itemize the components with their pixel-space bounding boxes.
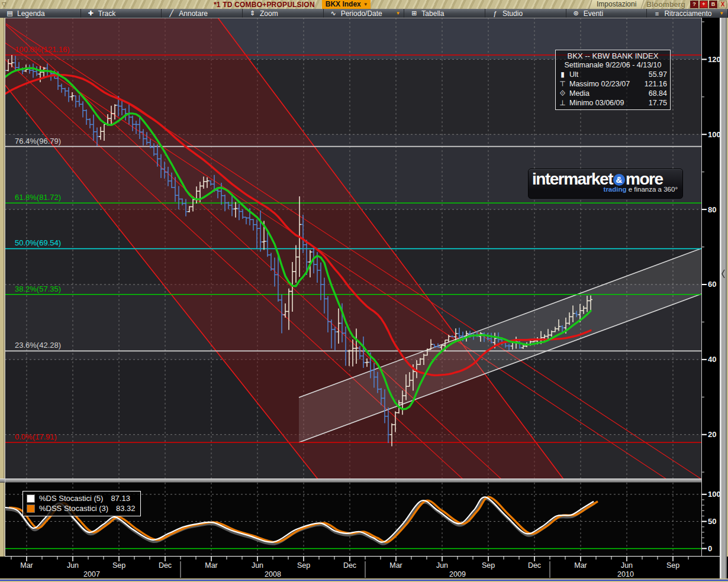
window-menu-icon[interactable]: ▽	[2, 1, 17, 8]
security-selector[interactable]: BKX Index ▼	[322, 0, 371, 9]
toolbar-item-label: Track	[98, 9, 116, 18]
svg-text:Mar: Mar	[574, 561, 587, 570]
security-selector-label: BKX Index	[326, 0, 361, 8]
watermark-logo: intermarket&more trading e finanza a 360…	[528, 169, 683, 199]
series-label: %DS Stocastici (5)	[39, 493, 103, 503]
toolbar-item-label: Legenda	[17, 9, 45, 18]
series-swatch	[27, 505, 35, 513]
toolbar-item-label: Studio	[502, 9, 523, 18]
toolbar-item-ritracciamento[interactable]: ≡Ritracciamento▼	[647, 9, 728, 18]
info-row: ⟐Media68.84	[559, 89, 667, 98]
window-title-bar: ▽ *1 TD COMBO+PROPULSION BKX Index ▼ Imp…	[0, 0, 728, 9]
brand-logo: Bloomberg	[646, 1, 685, 9]
svg-text:100: 100	[708, 130, 721, 139]
add-button[interactable]: +	[700, 1, 708, 8]
zoom-arrows-icon: ⇕	[249, 9, 256, 17]
series-value: 87.13	[111, 493, 130, 503]
svg-text:Sep: Sep	[666, 561, 679, 570]
help-button[interactable]: ?	[690, 1, 698, 8]
svg-text:Jun: Jun	[436, 561, 448, 570]
info-row-label: Ult	[569, 70, 578, 79]
svg-text:Jun: Jun	[67, 561, 79, 570]
period-icon: ∿	[330, 9, 337, 17]
toolbar-item-label: Ritracciamento	[664, 9, 711, 18]
svg-text:100: 100	[708, 490, 721, 499]
toolbar-item-periodo-date[interactable]: ∿Periodo/Date▼	[324, 9, 405, 18]
svg-text:0: 0	[708, 544, 712, 553]
info-row-value: 68.84	[649, 89, 667, 98]
panel-divider[interactable]	[0, 478, 720, 483]
svg-text:38.2%(57.35): 38.2%(57.35)	[15, 284, 61, 293]
info-row: ⊥Minimo 03/06/0917.75	[559, 98, 667, 108]
info-row-value: 17.75	[649, 98, 667, 108]
svg-text:76.4%(96.79): 76.4%(96.79)	[15, 137, 61, 146]
toolbar-item-label: Eventi	[584, 9, 603, 18]
svg-text:50: 50	[708, 517, 716, 526]
toolbar-item-studio[interactable]: ƒStudio	[485, 9, 566, 18]
bloomberg-chart-window: ▽ *1 TD COMBO+PROPULSION BKX Index ▼ Imp…	[0, 0, 728, 582]
stochastic-legend: %DS Stocastici (5)87.13%DSS Stocastici (…	[22, 491, 141, 516]
table-icon: ⊞	[410, 9, 418, 17]
svg-text:2007: 2007	[83, 570, 100, 578]
close-button[interactable]: X	[719, 1, 727, 8]
chart-toolbar: ▤Legenda✚Track╱Annotare⇕Zoom∿Periodo/Dat…	[0, 9, 728, 18]
price-axis: 12010080604020100500	[701, 18, 721, 557]
chevron-down-icon: ▼	[395, 11, 400, 16]
toolbar-item-legenda[interactable]: ▤Legenda	[0, 9, 81, 18]
svg-text:Mar: Mar	[20, 561, 33, 570]
chevron-down-icon: ▼	[719, 11, 724, 16]
info-row-label: Media	[569, 89, 590, 98]
security-info-box: BKX -- KBW BANK INDEX Settimanale 9/22/0…	[555, 50, 671, 110]
svg-text:Sep: Sep	[112, 561, 125, 570]
toolbar-item-label: Annotare	[179, 9, 208, 18]
info-row: ⊤Massimo 02/23/07121.16	[559, 79, 667, 89]
info-row-value: 55.97	[649, 70, 667, 79]
svg-text:2010: 2010	[617, 570, 634, 578]
last-marker: ▮	[559, 70, 566, 79]
study-icon: ƒ	[491, 10, 499, 17]
svg-text:23.6%(42.28): 23.6%(42.28)	[15, 341, 61, 350]
svg-text:100.0%(121.16): 100.0%(121.16)	[15, 45, 70, 54]
svg-text:Dec: Dec	[343, 561, 356, 570]
ampersand-badge: &	[613, 174, 625, 186]
svg-text:0.0%(17.91): 0.0%(17.91)	[15, 432, 57, 441]
series-value: 83.32	[116, 503, 136, 513]
info-box-subtitle: Settimanale 9/22/06 - 4/13/10	[559, 61, 667, 70]
toolbar-item-annotare[interactable]: ╱Annotare	[162, 9, 243, 18]
time-axis: MarJunSepDecMarJunSepDecMarJunSepDecMarJ…	[0, 557, 728, 578]
svg-text:20: 20	[708, 430, 716, 439]
events-icon: ⊛	[572, 9, 580, 17]
info-box-title: BKX -- KBW BANK INDEX	[559, 51, 667, 61]
info-row-value: 121.16	[645, 79, 667, 89]
stochastic-legend-row: %DSS Stocastici (3)83.32	[27, 503, 136, 513]
list-icon: ▤	[6, 9, 14, 17]
info-row: ▮Ult55.97	[559, 70, 667, 79]
bloomberg-button[interactable]: B	[709, 1, 717, 8]
high-marker: ⊤	[559, 79, 566, 89]
svg-text:Mar: Mar	[389, 561, 402, 570]
svg-text:50.0%(69.54): 50.0%(69.54)	[15, 238, 61, 247]
svg-text:2008: 2008	[265, 570, 281, 578]
toolbar-item-track[interactable]: ✚Track	[81, 9, 162, 18]
window-title: *1 TD COMBO+PROPULSION	[214, 1, 315, 9]
svg-text:120: 120	[708, 55, 721, 64]
toolbar-item-label: Periodo/Date	[341, 9, 382, 18]
mean-marker: ⟐	[559, 89, 566, 98]
info-row-label: Minimo 03/06/09	[569, 98, 624, 108]
svg-text:Sep: Sep	[297, 561, 310, 570]
svg-text:Jun: Jun	[252, 561, 263, 570]
svg-text:Dec: Dec	[528, 561, 541, 570]
series-label: %DSS Stocastici (3)	[39, 503, 108, 513]
retracement-icon: ≡	[653, 10, 661, 17]
svg-text:61.8%(81.72): 61.8%(81.72)	[15, 193, 61, 202]
svg-text:40: 40	[708, 355, 716, 364]
toolbar-item-label: Tabella	[421, 9, 444, 18]
svg-text:Dec: Dec	[159, 561, 172, 570]
toolbar-item-tabella[interactable]: ⊞Tabella	[404, 9, 485, 18]
svg-text:Jun: Jun	[621, 561, 633, 570]
svg-text:2009: 2009	[449, 570, 466, 578]
plus-icon: ✚	[87, 9, 95, 17]
toolbar-item-zoom[interactable]: ⇕Zoom	[243, 9, 324, 18]
toolbar-item-eventi[interactable]: ⊛Eventi	[566, 9, 648, 18]
settings-tab[interactable]: Impostazioni	[588, 0, 644, 9]
